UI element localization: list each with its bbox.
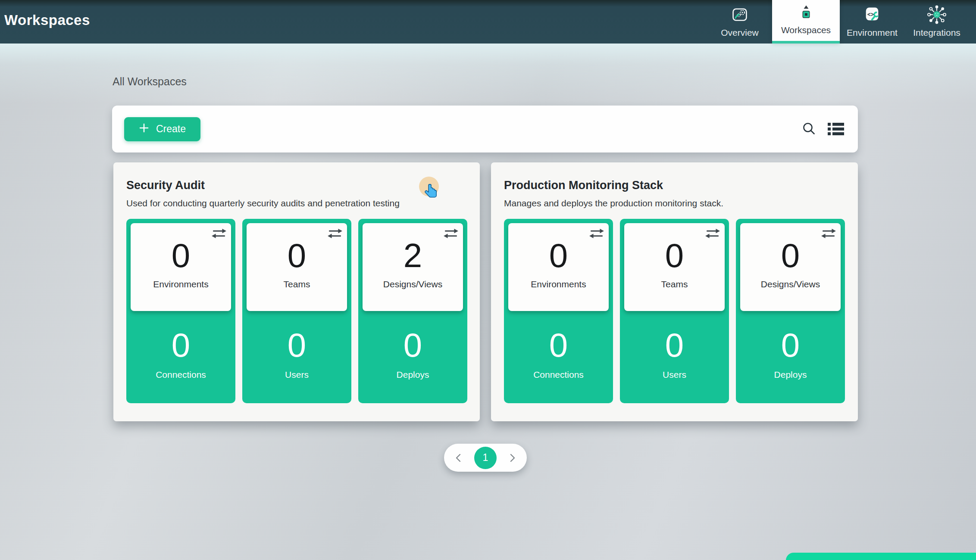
stat-value: 0 <box>247 239 347 272</box>
stat-tile-bottom: 0 Users <box>242 311 351 403</box>
page-number-button[interactable]: 1 <box>474 447 497 469</box>
tab-overview[interactable]: Overview <box>707 0 772 44</box>
stat-tile-teams[interactable]: 0 Teams 0 Users <box>620 219 729 403</box>
notification-toast[interactable] <box>786 553 976 560</box>
workspace-card-security-audit[interactable]: Security Audit Used for conducting quart… <box>113 162 480 421</box>
stat-tile-environments[interactable]: 0 Environments 0 Connections <box>504 219 613 403</box>
create-button-label: Create <box>156 123 186 135</box>
stat-tile-top: 0 Teams <box>624 223 725 311</box>
swap-arrows-icon[interactable] <box>443 227 459 241</box>
search-icon[interactable] <box>799 119 819 139</box>
stat-label: Deploys <box>736 370 845 380</box>
integrations-icon <box>926 4 947 25</box>
stat-tile-bottom: 0 Connections <box>126 311 235 403</box>
stat-value: 0 <box>131 239 231 272</box>
swap-arrows-icon[interactable] <box>705 227 720 241</box>
tab-environment[interactable]: <> Environment <box>840 0 904 44</box>
stat-value: 0 <box>624 239 725 272</box>
stat-tile-bottom: 0 Users <box>620 311 729 403</box>
overview-icon <box>730 4 749 25</box>
swap-arrows-icon[interactable] <box>821 227 836 241</box>
stat-tile-top: 0 Environments <box>508 223 609 311</box>
stat-tile-top: 2 Designs/Views <box>363 223 463 311</box>
stat-tiles: 0 Environments 0 Connections 0 <box>126 219 467 403</box>
stat-label: Teams <box>247 279 347 289</box>
swap-arrows-icon[interactable] <box>589 227 604 241</box>
swap-arrows-icon[interactable] <box>211 227 227 241</box>
page-title: All Workspaces <box>113 75 187 88</box>
next-page-button[interactable] <box>506 452 517 464</box>
stat-value: 0 <box>358 328 467 362</box>
stat-value: 0 <box>126 328 235 362</box>
stat-tile-top: 0 Environments <box>131 223 231 311</box>
stat-tile-bottom: 0 Deploys <box>358 311 467 403</box>
stat-label: Users <box>620 370 729 380</box>
stat-tiles: 0 Environments 0 Connections 0 <box>504 219 845 403</box>
stat-tile-top: 0 Designs/Views <box>740 223 841 311</box>
prev-page-button[interactable] <box>454 452 465 464</box>
stat-value: 0 <box>242 328 351 362</box>
stat-label: Environments <box>131 279 231 289</box>
environment-icon: <> <box>863 4 882 25</box>
stat-tile-environments[interactable]: 0 Environments 0 Connections <box>126 219 235 403</box>
stat-tile-teams[interactable]: 0 Teams 0 Users <box>242 219 351 403</box>
workspace-description: Used for conducting quarterly security a… <box>126 198 467 208</box>
tab-workspaces[interactable]: Workspaces <box>772 0 840 44</box>
svg-text:<>: <> <box>867 11 874 18</box>
stat-label: Connections <box>504 370 613 380</box>
list-view-icon[interactable] <box>826 119 846 139</box>
stat-label: Environments <box>508 279 609 289</box>
main-nav: Overview Workspaces <> <box>707 0 969 44</box>
stat-tile-bottom: 0 Connections <box>504 311 613 403</box>
app-header: Workspaces Overview <box>0 0 976 44</box>
pagination: 1 <box>444 444 527 472</box>
tab-integrations-label: Integrations <box>913 28 960 38</box>
workspaces-page: Workspaces Overview <box>0 0 976 560</box>
workspace-title: Security Audit <box>126 179 467 192</box>
stat-label: Connections <box>126 370 235 380</box>
create-workspace-button[interactable]: Create <box>124 117 200 141</box>
stat-tile-designs[interactable]: 2 Designs/Views 0 Deploys <box>358 219 467 403</box>
stat-value: 0 <box>736 328 845 362</box>
stat-label: Designs/Views <box>740 279 841 289</box>
workspaces-toolbar: Create <box>112 106 858 152</box>
stat-value: 0 <box>508 239 609 272</box>
workspace-title: Production Monitoring Stack <box>504 179 845 192</box>
tab-environment-label: Environment <box>847 28 898 38</box>
stat-tile-bottom: 0 Deploys <box>736 311 845 403</box>
workspace-description: Manages and deploys the production monit… <box>504 198 845 208</box>
workspaces-icon <box>797 2 816 22</box>
stat-value: 0 <box>620 328 729 362</box>
workspace-card-production-monitoring[interactable]: Production Monitoring Stack Manages and … <box>491 162 858 421</box>
stat-label: Designs/Views <box>363 279 463 289</box>
swap-arrows-icon[interactable] <box>327 227 343 241</box>
tab-overview-label: Overview <box>721 28 759 38</box>
stat-value: 0 <box>740 239 841 272</box>
stat-tile-top: 0 Teams <box>247 223 347 311</box>
plus-icon <box>139 123 149 136</box>
stat-tile-designs[interactable]: 0 Designs/Views 0 Deploys <box>736 219 845 403</box>
stat-label: Users <box>242 370 351 380</box>
tab-workspaces-label: Workspaces <box>781 25 831 35</box>
stat-label: Deploys <box>358 370 467 380</box>
stat-value: 2 <box>363 239 463 272</box>
app-title: Workspaces <box>4 12 90 28</box>
stat-value: 0 <box>504 328 613 362</box>
tab-integrations[interactable]: Integrations <box>904 0 969 44</box>
stat-label: Teams <box>624 279 725 289</box>
